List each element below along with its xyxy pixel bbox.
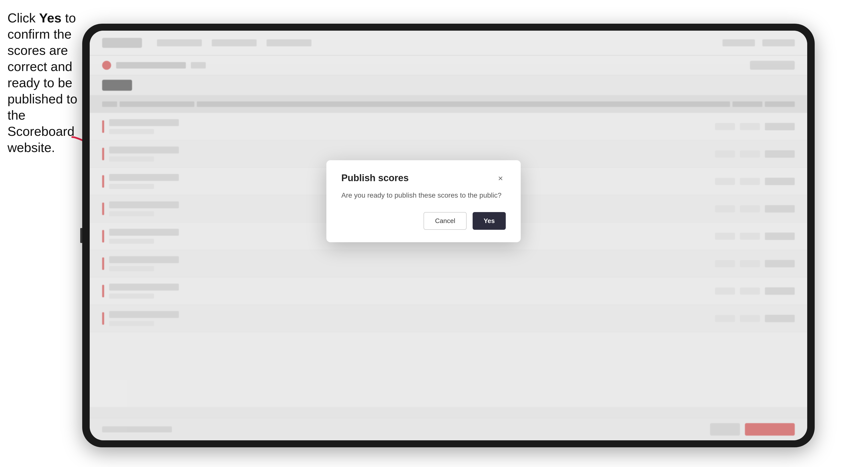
instruction-suffix: to confirm the scores are correct and re… <box>7 11 77 155</box>
modal-close-button[interactable]: × <box>495 173 506 183</box>
publish-scores-modal: Publish scores × Are you ready to publis… <box>327 160 521 242</box>
tablet-side-button <box>80 228 82 243</box>
tablet-screen: Publish scores × Are you ready to publis… <box>90 31 807 440</box>
instruction-prefix: Click <box>7 11 39 25</box>
instruction-bold: Yes <box>39 11 62 25</box>
modal-yes-button[interactable]: Yes <box>473 212 506 230</box>
modal-title: Publish scores <box>341 173 409 183</box>
tablet-device: Publish scores × Are you ready to publis… <box>82 24 815 447</box>
modal-body-text: Are you ready to publish these scores to… <box>341 190 506 200</box>
modal-cancel-button[interactable]: Cancel <box>424 212 467 230</box>
modal-footer: Cancel Yes <box>341 212 506 230</box>
instruction-text: Click Yes to confirm the scores are corr… <box>7 10 80 156</box>
modal-header: Publish scores × <box>341 173 506 183</box>
